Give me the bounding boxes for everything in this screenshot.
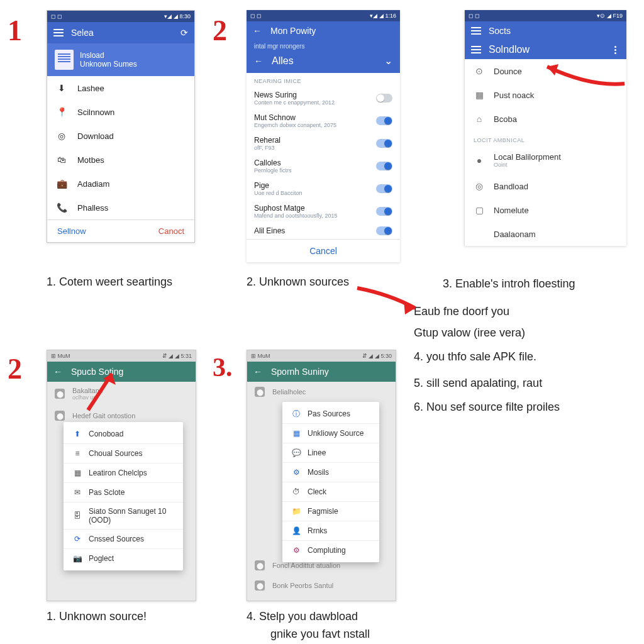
menu-item[interactable]: 📞 Phalless — [47, 196, 194, 219]
setting-row[interactable]: Alil Eines — [247, 223, 400, 239]
setting-row[interactable]: ▦ Pust noack — [465, 83, 626, 107]
status-bar: ⊞ MuM ⇵ ◢ ◢ 5:30 — [247, 350, 396, 362]
section-header: NEARING IMICE — [247, 73, 400, 87]
item-label: Scilnnown — [77, 108, 114, 117]
back-icon[interactable] — [53, 367, 64, 377]
item-icon: 🛍 — [56, 154, 67, 165]
menu-item[interactable]: ▦ Unkliowy Source — [282, 424, 379, 443]
menu-item[interactable]: ⏱ Cleck — [282, 482, 379, 502]
menu-item[interactable]: 🗄 Siato Sonn Sanuget 10 (OOD) — [64, 502, 183, 530]
status-left: ⊞ MuM — [51, 353, 70, 359]
item-icon: ⚙ — [291, 467, 301, 477]
menu-icon[interactable] — [53, 28, 64, 38]
menu-item[interactable]: 📁 Fagmisle — [282, 502, 379, 521]
confirm-button[interactable]: Sellnow — [57, 226, 86, 236]
dialog-footer: Sellnow Canoct — [47, 219, 194, 242]
settings-list-a: ⊙ Dounce ▦ Pust noack ⌂ Bcoba — [465, 59, 626, 131]
more-icon[interactable] — [610, 45, 620, 55]
item-icon: ⌂ — [474, 113, 485, 125]
status-right: ▾⊙ ◢ F19 — [597, 13, 623, 19]
status-right: ⇵ ◢ ◢ 5:31 — [162, 353, 192, 359]
item-icon: ⬤ — [255, 387, 265, 397]
setting-row[interactable]: News SuringConten me c enappyment, 2012 — [247, 87, 400, 109]
item-label: Bonk Peorbs Santul — [272, 582, 333, 589]
menu-item[interactable]: ⓘ Pas Sources — [282, 404, 379, 424]
toggle-switch[interactable] — [376, 162, 392, 170]
toggle-switch[interactable] — [376, 116, 392, 125]
menu-item[interactable]: ◎ Download — [47, 124, 194, 148]
step-text-5: 5. sill send apalating, raut — [414, 374, 542, 392]
menu-item[interactable]: ⬆ Conoboad — [64, 425, 183, 444]
setting-row[interactable]: ⌂ Bcoba — [465, 107, 626, 131]
back-icon[interactable] — [253, 367, 264, 377]
setting-row[interactable]: ◎ Bandload — [465, 174, 626, 198]
chevron-down-icon[interactable]: ⌄ — [384, 55, 392, 67]
back-icon[interactable] — [253, 26, 263, 36]
setting-row[interactable]: Mut SchnowEngemch dobwx conapent, 2075 — [247, 109, 400, 132]
setting-row[interactable]: ReheralofF, F93 — [247, 132, 400, 155]
cancel-button[interactable]: Cancel — [247, 239, 400, 262]
item-label: Fagmisle — [308, 507, 338, 516]
menu-item[interactable]: 💬 Linee — [282, 443, 379, 463]
setting-row[interactable]: Suphost MatgeMafend and oootshtoousfly, … — [247, 200, 400, 223]
setting-title: News Suring — [254, 91, 371, 99]
setting-subtitle: Pernlogle fictrs — [254, 167, 371, 174]
status-bar: ◻ ◻ ▾⊙ ◢ F19 — [465, 10, 626, 21]
menu-item[interactable]: ⬇ Lashee — [47, 76, 194, 100]
sync-icon[interactable]: ⟳ — [180, 28, 188, 38]
setting-row[interactable]: Daalaonam — [465, 222, 626, 246]
cancel-button[interactable]: Canoct — [158, 226, 184, 236]
toggle-switch[interactable] — [376, 207, 392, 216]
item-icon: ⬤ — [55, 389, 65, 399]
item-icon: 🗄 — [72, 511, 82, 521]
bg-row: ⬤ Belialholec — [247, 382, 396, 402]
toggle-switch[interactable] — [376, 226, 392, 235]
phone-panel-6: ⊞ MuM ⇵ ◢ ◢ 5:30 Spornh Suniny ⬤ Belialh… — [247, 350, 396, 601]
item-icon: ⓘ — [291, 409, 301, 419]
step-number-1: 1 — [8, 14, 22, 47]
item-label: Pust noack — [494, 91, 534, 100]
item-label: Bandload — [494, 182, 528, 191]
item-label: Local Balilorpment — [494, 152, 561, 162]
item-subtitle: oclhav up — [72, 394, 103, 401]
menu-item[interactable]: ⟳ Cnssed Sources — [64, 530, 183, 549]
setting-title: Alil Eines — [254, 226, 371, 235]
menu-item[interactable]: ⚙ Mosils — [282, 463, 379, 482]
setting-row[interactable]: ● Local BalilorpmentOoint — [465, 146, 626, 174]
item-icon: 📞 — [56, 202, 67, 213]
item-icon: 📷 — [72, 553, 82, 564]
menu-item[interactable]: ▦ Leatiron Chelclps — [64, 464, 183, 483]
step-number-2-bottom: 2 — [8, 352, 22, 386]
back-icon[interactable] — [254, 56, 264, 66]
step-text-4: 4. you thfo sale APK file. — [414, 347, 536, 366]
toggle-switch[interactable] — [376, 184, 392, 193]
menu-item[interactable]: 🛍 Motbes — [47, 148, 194, 172]
menu-item[interactable]: 👤 Rrnks — [282, 521, 379, 541]
banner-install-unknown[interactable]: Insload Unknown Sumes — [47, 43, 194, 76]
menu-icon[interactable] — [471, 45, 481, 55]
menu-item[interactable]: ✉ Pas Sclote — [64, 483, 183, 502]
setting-row[interactable]: PigeUoe red d Bacciton — [247, 177, 400, 200]
sub-bar[interactable]: Alles ⌄ — [247, 51, 400, 73]
toggle-switch[interactable] — [376, 139, 392, 148]
menu-item[interactable]: ≡ Choual Sources — [64, 444, 183, 464]
menu-item[interactable]: 💼 Adadiam — [47, 172, 194, 196]
item-label: Leatiron Chelclps — [89, 469, 147, 477]
setting-row[interactable]: ⊙ Dounce — [465, 59, 626, 83]
item-label: Cleck — [308, 487, 326, 496]
toggle-switch[interactable] — [376, 94, 392, 103]
setting-row[interactable]: CallolesPernlogle fictrs — [247, 155, 400, 177]
item-label: Rrnks — [308, 526, 327, 535]
app-bar: Selea ⟳ — [47, 22, 194, 43]
menu-item[interactable]: 📍 Scilnnown — [47, 100, 194, 124]
item-icon: ◎ — [56, 130, 67, 142]
setting-title: Mut Schnow — [254, 113, 371, 122]
caption-3a: 4. Stelp you dawbload — [247, 610, 358, 623]
setting-title: Pige — [254, 181, 371, 190]
menu-icon[interactable] — [471, 26, 481, 36]
status-bar: ◻ ◻ ▾◢ ◢ 8:30 — [47, 11, 194, 22]
setting-row[interactable]: ▢ Nomelute — [465, 198, 626, 222]
sub-bar-title: Alles — [272, 55, 294, 67]
menu-item[interactable]: 📷 Poglect — [64, 549, 183, 568]
step-text-3b: Gtup valow (iree vera) — [414, 323, 525, 342]
